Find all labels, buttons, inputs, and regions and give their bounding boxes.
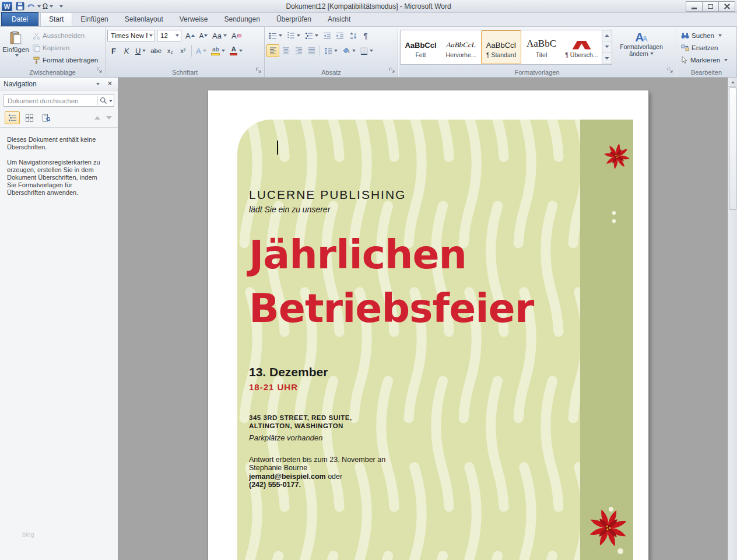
tab-einfuegen[interactable]: Einfügen	[72, 13, 116, 26]
browse-headings-tab[interactable]	[5, 111, 20, 124]
subscript-button[interactable]: x₂	[164, 44, 177, 57]
tab-verweise[interactable]: Verweise	[171, 13, 216, 26]
vertical-scrollbar[interactable]	[728, 78, 737, 560]
gallery-scroll-down[interactable]	[602, 41, 612, 52]
tab-start[interactable]: Start	[40, 12, 72, 26]
next-result-button[interactable]	[106, 116, 112, 120]
rsvp-email-line: jemand@beispiel.com oder	[249, 473, 342, 481]
bullets-button[interactable]	[266, 29, 285, 42]
scrollbar-thumb[interactable]	[729, 88, 736, 210]
result-navigation-arrows	[94, 116, 113, 120]
restore-button[interactable]	[702, 1, 719, 12]
tab-seitenlayout[interactable]: Seitenlayout	[117, 13, 171, 26]
line-spacing-button[interactable]	[322, 44, 340, 57]
copy-icon	[33, 44, 40, 52]
borders-button[interactable]	[358, 44, 375, 57]
style-ueberschrift[interactable]: ¶ Übersch...	[561, 30, 602, 64]
search-icon[interactable]	[100, 97, 107, 104]
navigation-close-icon[interactable]: ✕	[106, 80, 114, 88]
symbol-dropdown[interactable]	[50, 5, 53, 8]
word-logo-icon[interactable]: W	[2, 2, 12, 11]
find-button[interactable]: Suchen	[678, 29, 735, 41]
dialog-launcher-icon	[389, 67, 395, 74]
undo-button[interactable]	[27, 1, 41, 12]
tab-datei[interactable]: Datei	[1, 12, 38, 26]
gallery-scroll-up[interactable]	[602, 30, 612, 41]
paragraph-dialog-launcher[interactable]	[389, 67, 395, 75]
clipboard-dialog-launcher[interactable]	[96, 67, 103, 75]
justify-button[interactable]	[305, 44, 318, 57]
save-icon	[16, 2, 24, 10]
borders-icon	[360, 47, 368, 55]
find-label: Suchen	[692, 32, 714, 39]
font-dialog-launcher[interactable]	[255, 67, 262, 75]
superscript-button[interactable]: x²	[177, 44, 189, 57]
text-effects-button[interactable]: A	[194, 44, 209, 57]
tab-ueberpruefen[interactable]: Überprüfen	[268, 13, 320, 26]
copy-button[interactable]: Kopieren	[30, 42, 101, 54]
multilevel-list-button[interactable]	[303, 29, 321, 42]
scroll-up-button[interactable]	[728, 78, 737, 87]
align-left-button[interactable]	[266, 44, 279, 57]
style-name: Hervorhe...	[446, 51, 476, 58]
minimize-button[interactable]	[686, 1, 703, 12]
browse-results-tab[interactable]	[38, 111, 54, 124]
shading-button[interactable]	[340, 44, 358, 57]
format-painter-button[interactable]: Format übertragen	[30, 54, 101, 66]
increase-indent-button[interactable]	[334, 29, 346, 42]
highlight-color-button[interactable]: ab	[209, 44, 227, 57]
italic-button[interactable]: K	[120, 44, 133, 57]
save-button[interactable]	[15, 1, 25, 12]
decrease-indent-button[interactable]	[321, 29, 334, 42]
insert-symbol-button[interactable]: Ω	[43, 1, 53, 12]
font-name-combo[interactable]: Times New Ro	[107, 30, 155, 41]
font-color-button[interactable]: A	[227, 44, 245, 57]
shrink-font-button[interactable]: A	[197, 29, 210, 42]
cut-button[interactable]: Ausschneiden	[30, 30, 101, 41]
align-center-button[interactable]	[279, 44, 292, 57]
previous-result-button[interactable]	[94, 116, 100, 120]
paste-button[interactable]: Einfügen	[2, 29, 30, 67]
navigation-title: Navigation	[3, 80, 37, 88]
strikethrough-button[interactable]: abe	[148, 44, 163, 57]
search-input[interactable]	[8, 97, 96, 104]
style-fett[interactable]: AaBbCcl Fett	[401, 30, 441, 64]
change-styles-button[interactable]: AA Formatvorlagen ändern	[615, 29, 668, 67]
replace-button[interactable]: Ersetzen	[678, 41, 735, 54]
numbering-button[interactable]	[285, 29, 303, 42]
style-name: Titel	[536, 51, 547, 58]
show-paragraph-marks-button[interactable]: ¶	[359, 29, 372, 42]
document-page[interactable]: LUCERNE PUBLISHING lädt Sie ein zu unser…	[208, 90, 648, 560]
clipboard-group: Einfügen Ausschneiden Kopieren Format üb…	[0, 27, 106, 77]
style-hervorhebung[interactable]: AaBbCcL Hervorhe...	[441, 30, 481, 64]
style-titel[interactable]: AaBbC Titel	[521, 30, 561, 64]
tab-sendungen[interactable]: Sendungen	[216, 13, 268, 26]
underline-button[interactable]: U	[133, 44, 148, 57]
select-button[interactable]: Markieren	[678, 54, 735, 66]
styles-dialog-launcher[interactable]	[667, 67, 673, 75]
rsvp-phone: (242) 555-0177.	[249, 481, 301, 489]
close-button[interactable]	[718, 1, 735, 12]
undo-dropdown[interactable]	[37, 5, 41, 8]
sort-button[interactable]	[346, 29, 359, 42]
tab-ansicht[interactable]: Ansicht	[320, 13, 359, 26]
font-group: Times New Ro 12 A A Aa A F K U abe x₂ x²…	[106, 27, 265, 77]
bold-button[interactable]: F	[107, 44, 120, 57]
change-case-button[interactable]: Aa	[210, 29, 229, 42]
event-date: 13. Dezember	[249, 365, 328, 379]
style-standard[interactable]: AaBbCcI ¶ Standard	[481, 30, 521, 64]
no-headings-message: Dieses Dokument enthält keine Überschrif…	[7, 136, 103, 151]
title-bar: W Ω Dokument12 [Kompatibilitätsmodus] - …	[0, 0, 737, 13]
navigation-options-dropdown[interactable]	[96, 83, 100, 85]
gallery-expand[interactable]	[602, 53, 612, 64]
grow-font-button[interactable]: A	[183, 29, 197, 42]
search-options-dropdown[interactable]	[109, 100, 113, 102]
font-size-combo[interactable]: 12	[157, 30, 181, 41]
quick-access-toolbar: Ω	[15, 1, 65, 12]
clear-formatting-button[interactable]: A	[229, 29, 244, 42]
paste-dropdown[interactable]	[15, 54, 19, 57]
browse-pages-tab[interactable]	[22, 111, 37, 124]
customize-qat-button[interactable]	[55, 1, 65, 12]
align-right-button[interactable]	[292, 44, 305, 57]
replace-icon	[681, 44, 689, 51]
